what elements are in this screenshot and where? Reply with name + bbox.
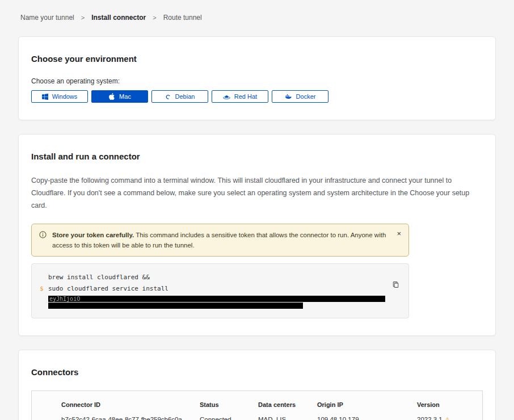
info-icon — [39, 231, 47, 241]
install-command-block: brew install cloudflared && $ sudo cloud… — [31, 263, 409, 318]
os-button-windows[interactable]: Windows — [31, 90, 88, 103]
col-header-data-centers: Data centers — [258, 401, 317, 408]
os-button-mac[interactable]: Mac — [91, 90, 148, 103]
connectors-table: Connector ID Status Data centers Origin … — [31, 390, 483, 420]
version-number: 2022.3.1 — [417, 416, 443, 420]
command-text-1: brew install cloudflared && — [48, 272, 150, 283]
breadcrumb: Name your tunnel > Install connector > R… — [18, 0, 496, 36]
os-button-label: Mac — [119, 93, 131, 100]
warning-icon: ⚠ — [445, 416, 450, 420]
token-area: Store your token carefully. This command… — [31, 224, 409, 319]
breadcrumb-separator: > — [153, 14, 156, 21]
install-card: Install and run a connector Copy-paste t… — [18, 134, 496, 336]
command-line-1: brew install cloudflared && — [40, 272, 401, 283]
token-warning-banner: Store your token carefully. This command… — [31, 224, 409, 257]
windows-icon — [42, 94, 48, 100]
token-warning-text: Store your token carefully. This command… — [52, 230, 389, 251]
copy-icon[interactable] — [391, 280, 401, 291]
os-button-label: Red Hat — [234, 93, 257, 100]
connectors-card-title: Connectors — [31, 367, 483, 377]
tunnel-setup-page: Name your tunnel > Install connector > R… — [0, 0, 514, 420]
token-redaction-bar — [48, 303, 303, 309]
breadcrumb-step-name-your-tunnel[interactable]: Name your tunnel — [20, 14, 74, 22]
os-button-debian[interactable]: Debian — [151, 90, 208, 103]
os-select-label: Choose an operating system: — [31, 77, 483, 85]
command-line-token: eyJhIjoiO — [40, 295, 401, 302]
command-line-2: $ sudo cloudflared service install — [40, 283, 401, 295]
gutter — [40, 295, 48, 302]
connectors-table-header: Connector ID Status Data centers Origin … — [32, 391, 482, 411]
token-warning-title: Store your token carefully. — [52, 232, 134, 238]
command-line-token-2 — [40, 302, 401, 309]
environment-card-title: Choose your environment — [31, 54, 483, 64]
col-header-status: Status — [200, 401, 258, 408]
environment-card: Choose your environment Choose an operat… — [18, 36, 496, 120]
data-centers-value: MAD, LIS — [258, 416, 317, 420]
origin-ip-value: 109.48.10.179 — [317, 416, 417, 420]
close-icon[interactable]: × — [395, 229, 402, 238]
os-button-redhat[interactable]: Red Hat — [212, 90, 268, 103]
gutter — [40, 302, 48, 309]
os-button-label: Docker — [296, 93, 316, 100]
connector-id-value: b7c52c42-6caa-48ee-8c77-fbe259cb6c0a — [61, 416, 200, 420]
table-row: b7c52c42-6caa-48ee-8c77-fbe259cb6c0a Con… — [32, 411, 482, 420]
col-header-connector-id: Connector ID — [61, 401, 200, 408]
apple-icon — [108, 93, 115, 100]
debian-icon — [165, 94, 171, 100]
gutter — [40, 272, 48, 283]
token-redaction-bar: eyJhIjoiO — [48, 296, 385, 302]
os-button-docker[interactable]: Docker — [272, 90, 328, 103]
col-header-origin-ip: Origin IP — [317, 401, 417, 408]
breadcrumb-step-route-tunnel[interactable]: Route tunnel — [163, 14, 202, 22]
os-button-label: Windows — [52, 93, 78, 100]
os-button-group: Windows Mac Debian Red Hat — [31, 90, 483, 103]
breadcrumb-step-install-connector[interactable]: Install connector — [91, 14, 146, 22]
redhat-icon — [223, 94, 230, 99]
status-badge: Connected — [200, 416, 258, 420]
install-description: Copy-paste the following command into a … — [31, 175, 483, 212]
token-prefix-text: eyJhIjoiO — [48, 296, 80, 302]
docker-icon — [285, 94, 292, 99]
os-button-label: Debian — [175, 93, 195, 100]
install-card-title: Install and run a connector — [31, 152, 483, 161]
command-text-2: sudo cloudflared service install — [48, 283, 168, 295]
breadcrumb-separator: > — [81, 14, 85, 21]
shell-prompt: $ — [40, 283, 48, 295]
connectors-card: Connectors Connector ID Status Data cent… — [18, 350, 496, 420]
col-header-version: Version — [417, 401, 477, 408]
version-value: 2022.3.1⚠ — [417, 416, 477, 420]
